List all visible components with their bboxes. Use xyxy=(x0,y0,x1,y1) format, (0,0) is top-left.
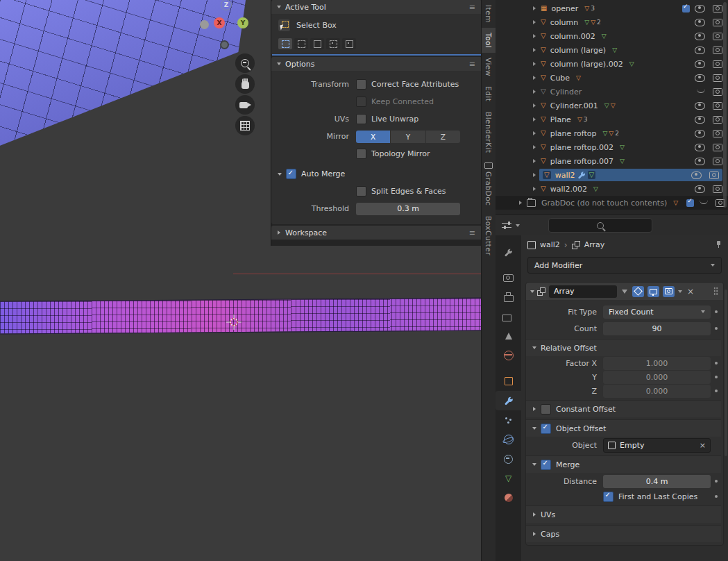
edit-mode-display-toggle[interactable] xyxy=(632,286,644,297)
render-display-toggle[interactable] xyxy=(663,286,675,297)
properties-editor-icon[interactable] xyxy=(502,221,512,230)
tab-output-properties[interactable] xyxy=(496,287,521,307)
outliner-row-opener[interactable]: opener 3 xyxy=(496,1,728,15)
object-offset-header[interactable]: Object Offset xyxy=(526,419,721,437)
count-field[interactable]: 90 xyxy=(603,322,711,335)
tab-object-data-properties[interactable] xyxy=(496,469,521,488)
expand-arrow-icon[interactable] xyxy=(533,117,536,122)
decorator-dot[interactable] xyxy=(711,327,721,330)
collection-name[interactable]: GrabDoc (do not touch contents) xyxy=(541,199,667,208)
object-offset-checkbox[interactable] xyxy=(541,424,551,434)
object-name[interactable]: plane roftop xyxy=(550,129,597,138)
tab-world-properties[interactable] xyxy=(496,346,521,365)
object-name[interactable]: wall2.002 xyxy=(550,185,587,194)
render-visibility-icon[interactable] xyxy=(713,144,722,151)
tab-constraint-properties[interactable] xyxy=(496,449,521,469)
eye-icon[interactable] xyxy=(691,171,702,179)
eye-icon[interactable] xyxy=(695,5,705,12)
object-name[interactable]: column.002 xyxy=(550,32,595,41)
camera-view-button[interactable] xyxy=(235,95,255,115)
modifier-name-field[interactable]: Array xyxy=(549,285,617,298)
eye-icon[interactable] xyxy=(695,19,705,26)
live-unwrap-checkbox[interactable] xyxy=(356,114,366,124)
render-visibility-icon[interactable] xyxy=(713,116,722,124)
ortho-toggle-button[interactable] xyxy=(235,116,255,135)
decorator-dot[interactable] xyxy=(711,390,721,392)
outliner-row-column-large[interactable]: column (large) xyxy=(496,43,728,57)
outliner-row-wall2-002[interactable]: wall2.002 xyxy=(496,182,728,196)
mirror-x-button[interactable]: X xyxy=(356,131,390,143)
selectable-checkbox[interactable] xyxy=(682,5,690,12)
constant-offset-header[interactable]: Constant Offset xyxy=(526,400,721,417)
gizmo-z-axis[interactable]: Z xyxy=(221,0,232,10)
expand-arrow-icon[interactable] xyxy=(533,48,536,52)
topology-mirror-label[interactable]: Topology Mirror xyxy=(371,149,430,158)
tab-view[interactable]: View xyxy=(482,53,496,81)
eye-icon[interactable] xyxy=(695,130,705,137)
outliner-row-column-large-002[interactable]: column (large).002 xyxy=(496,57,728,71)
select-mode-intersect-button[interactable] xyxy=(342,38,356,49)
eye-icon[interactable] xyxy=(695,60,705,68)
select-mode-extend-button[interactable] xyxy=(294,38,308,49)
object-name[interactable]: column (large) xyxy=(550,46,606,55)
expand-arrow-icon[interactable] xyxy=(533,173,536,177)
outliner-row-plane-roftop-002[interactable]: plane roftop.002 xyxy=(496,140,728,154)
outliner-row-grabdoc-collection[interactable]: GrabDoc (do not touch contents) xyxy=(496,196,728,210)
select-box-tool[interactable]: Select Box xyxy=(271,14,482,37)
panel-menu-icon[interactable] xyxy=(469,3,475,12)
eye-icon[interactable] xyxy=(695,158,705,165)
panel-menu-icon[interactable] xyxy=(469,60,475,69)
panel-collapse-icon[interactable] xyxy=(533,407,536,411)
expand-arrow-icon[interactable] xyxy=(533,187,536,191)
decorator-dot[interactable] xyxy=(711,480,721,483)
caps-header[interactable]: Caps xyxy=(526,525,721,542)
panel-collapse-icon[interactable] xyxy=(532,427,536,430)
factor-z-field[interactable]: 0.000 xyxy=(603,385,711,398)
pan-button[interactable] xyxy=(235,74,255,94)
decorator-dot[interactable] xyxy=(711,310,721,313)
render-visibility-icon[interactable] xyxy=(713,88,722,96)
eye-icon[interactable] xyxy=(695,47,705,54)
object-name[interactable]: column xyxy=(550,18,579,27)
expand-arrow-icon[interactable] xyxy=(533,145,536,149)
eye-icon[interactable] xyxy=(695,185,705,193)
eye-closed-icon[interactable] xyxy=(697,88,705,93)
tab-view-layer-properties[interactable] xyxy=(496,307,521,326)
mirror-y-button[interactable]: Y xyxy=(391,131,425,143)
tab-material-properties[interactable] xyxy=(496,488,521,508)
breadcrumb-modifier[interactable]: Array xyxy=(584,240,605,249)
eye-icon[interactable] xyxy=(695,102,705,110)
render-visibility-icon[interactable] xyxy=(713,19,722,26)
editor-type-dropdown-icon[interactable] xyxy=(516,224,520,227)
outliner-row-cylinder-001[interactable]: Cylinder.001 xyxy=(496,99,728,112)
outliner-row-column[interactable]: column 2 xyxy=(496,15,728,29)
gizmo-y-axis[interactable]: Y xyxy=(237,17,248,28)
first-last-copies-checkbox[interactable] xyxy=(603,492,613,502)
panel-collapse-icon[interactable] xyxy=(533,512,536,517)
render-visibility-icon[interactable] xyxy=(713,74,722,82)
workspace-panel-header[interactable]: Workspace xyxy=(271,226,482,240)
outliner-row-plane-roftop[interactable]: plane roftop 2 xyxy=(496,126,728,140)
eye-icon[interactable] xyxy=(695,116,705,124)
collection-checkbox[interactable] xyxy=(686,199,694,207)
correct-face-attributes-checkbox[interactable] xyxy=(356,79,366,90)
outliner-row-cube[interactable]: Cube xyxy=(496,71,728,85)
panel-collapse-icon[interactable] xyxy=(530,290,534,293)
merge-checkbox[interactable] xyxy=(541,460,551,470)
tab-object-properties[interactable] xyxy=(496,371,521,391)
outliner-row-column-002[interactable]: column.002 xyxy=(496,29,728,43)
tab-tool-properties[interactable] xyxy=(496,242,521,262)
render-visibility-icon[interactable] xyxy=(713,185,722,193)
gizmo-neg-z-axis[interactable] xyxy=(220,40,229,49)
tab-tool[interactable]: Tool xyxy=(482,28,496,53)
modifier-header[interactable]: Array xyxy=(526,283,723,300)
factor-x-field[interactable]: 1.000 xyxy=(603,357,711,370)
tab-grabdoc[interactable]: GrabDoc xyxy=(482,158,496,210)
tab-blenderkit[interactable]: BlenderKit xyxy=(482,107,496,158)
correct-face-attributes-label[interactable]: Correct Face Attributes xyxy=(371,80,459,89)
render-visibility-icon[interactable] xyxy=(713,47,722,54)
outliner-row-plane[interactable]: Plane 3 xyxy=(496,112,728,126)
expand-arrow-icon[interactable] xyxy=(533,76,536,80)
render-visibility-icon[interactable] xyxy=(713,5,722,12)
decorator-dot[interactable] xyxy=(711,495,721,498)
